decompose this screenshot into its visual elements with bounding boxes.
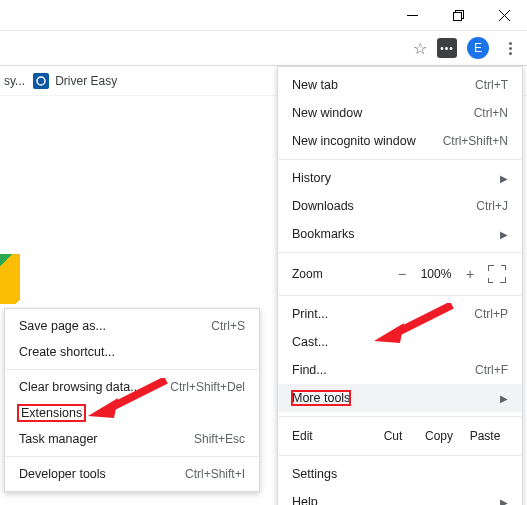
minimize-button[interactable]: [389, 0, 435, 30]
chevron-right-icon: ▶: [500, 173, 508, 184]
extension-badge[interactable]: •••: [437, 38, 457, 58]
menu-edit-row: Edit Cut Copy Paste: [278, 421, 522, 451]
bookmark-label: Driver Easy: [55, 74, 117, 88]
profile-avatar[interactable]: E: [467, 37, 489, 59]
menu-bookmarks[interactable]: Bookmarks▶: [278, 220, 522, 248]
menu-separator: [5, 456, 259, 457]
more-tools-submenu: Save page as...Ctrl+S Create shortcut...…: [4, 308, 260, 492]
annotation-highlight: More tools: [292, 391, 350, 405]
fullscreen-icon[interactable]: [486, 263, 508, 285]
bookmark-star-icon[interactable]: ☆: [413, 39, 427, 58]
menu-find[interactable]: Find...Ctrl+F: [278, 356, 522, 384]
cut-button[interactable]: Cut: [370, 429, 416, 443]
menu-separator: [278, 252, 522, 253]
bookmark-item-driver-easy[interactable]: Driver Easy: [33, 73, 117, 89]
paste-button[interactable]: Paste: [462, 429, 508, 443]
browser-toolbar: ☆ ••• E: [0, 30, 527, 66]
copy-button[interactable]: Copy: [416, 429, 462, 443]
menu-separator: [5, 369, 259, 370]
bookmark-item[interactable]: sy...: [4, 74, 25, 88]
submenu-task-manager[interactable]: Task managerShift+Esc: [5, 426, 259, 452]
close-button[interactable]: [481, 0, 527, 30]
svg-point-5: [37, 77, 45, 85]
menu-downloads[interactable]: DownloadsCtrl+J: [278, 192, 522, 220]
submenu-clear-data[interactable]: Clear browsing data...Ctrl+Shift+Del: [5, 374, 259, 400]
menu-help[interactable]: Help▶: [278, 488, 522, 505]
submenu-create-shortcut[interactable]: Create shortcut...: [5, 339, 259, 365]
zoom-in-button[interactable]: +: [458, 266, 482, 282]
svg-rect-2: [453, 12, 461, 20]
edit-label: Edit: [292, 429, 370, 443]
menu-incognito[interactable]: New incognito windowCtrl+Shift+N: [278, 127, 522, 155]
menu-cast[interactable]: Cast...: [278, 328, 522, 356]
window-titlebar: [0, 0, 527, 30]
chevron-right-icon: ▶: [500, 393, 508, 404]
annotation-highlight: Extensions: [19, 406, 84, 420]
menu-more-tools[interactable]: More tools▶: [278, 384, 522, 412]
submenu-save-page[interactable]: Save page as...Ctrl+S: [5, 313, 259, 339]
menu-print[interactable]: Print...Ctrl+P: [278, 300, 522, 328]
menu-new-window[interactable]: New windowCtrl+N: [278, 99, 522, 127]
menu-new-tab[interactable]: New tabCtrl+T: [278, 71, 522, 99]
chevron-right-icon: ▶: [500, 229, 508, 240]
menu-history[interactable]: History▶: [278, 164, 522, 192]
menu-separator: [278, 455, 522, 456]
chrome-main-menu: New tabCtrl+T New windowCtrl+N New incog…: [277, 66, 523, 505]
zoom-out-button[interactable]: −: [390, 266, 414, 282]
menu-zoom-row: Zoom − 100% +: [278, 257, 522, 291]
chevron-right-icon: ▶: [500, 497, 508, 506]
maximize-button[interactable]: [435, 0, 481, 30]
menu-separator: [278, 295, 522, 296]
menu-button[interactable]: [499, 37, 521, 59]
zoom-label: Zoom: [292, 267, 390, 281]
zoom-value: 100%: [414, 267, 458, 281]
bookmark-label: sy...: [4, 74, 25, 88]
menu-settings[interactable]: Settings: [278, 460, 522, 488]
menu-separator: [278, 416, 522, 417]
page-content-sliver: [0, 254, 20, 304]
submenu-extensions[interactable]: Extensions: [5, 400, 259, 426]
driver-easy-icon: [33, 73, 49, 89]
submenu-dev-tools[interactable]: Developer toolsCtrl+Shift+I: [5, 461, 259, 487]
menu-separator: [278, 159, 522, 160]
